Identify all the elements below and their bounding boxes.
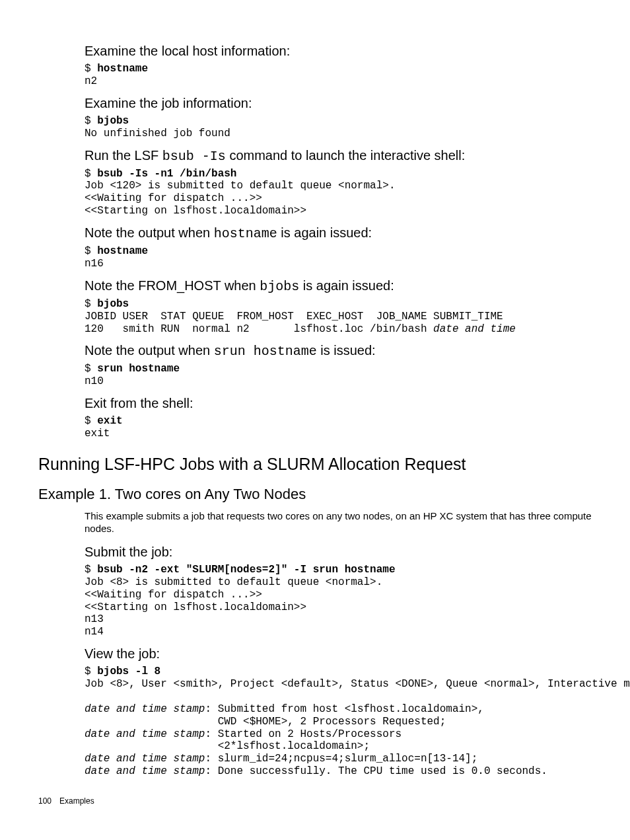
section-note-fromhost: Note the FROM_HOST when bjobs is again i… <box>85 278 592 336</box>
command: exit <box>97 415 122 427</box>
code-exit-shell: $ exit exit <box>85 415 592 440</box>
heading-view-job: View the job: <box>85 646 592 662</box>
inline-code: bjobs <box>260 279 299 294</box>
prompt: $ <box>85 363 97 375</box>
section-submit-job: Submit the job: $ bsub -n2 -ext "SLURM[n… <box>85 545 592 638</box>
heading-note-hostname: Note the output when hostname is again i… <box>85 225 592 241</box>
heading-h1: Running LSF-HPC Jobs with a SLURM Alloca… <box>38 455 592 474</box>
command: srun hostname <box>97 363 180 375</box>
output: Job <8>, User <smith>, Project <default>… <box>85 678 630 690</box>
output: n16 <box>85 258 104 270</box>
section-note-srun: Note the output when srun hostname is is… <box>85 343 592 388</box>
prompt: $ <box>85 115 97 127</box>
timestamp: date and time stamp <box>85 703 205 715</box>
heading-h2: Example 1. Two cores on Any Two Nodes <box>38 486 592 503</box>
output-line: <2*lsfhost.localdomain>; <box>85 740 370 752</box>
section-note-hostname: Note the output when hostname is again i… <box>85 225 592 270</box>
output: n2 <box>85 75 97 87</box>
command: hostname <box>97 63 148 75</box>
page-footer: 100 Examples <box>38 796 592 806</box>
output-line: CWD <$HOME>, 2 Processors Requested; <box>85 716 446 728</box>
prompt: $ <box>85 564 97 576</box>
output-header: JOBID USER STAT QUEUE FROM_HOST EXEC_HOS… <box>85 311 503 323</box>
section-examine-host: Examine the local host information: $ ho… <box>85 44 592 88</box>
timestamp: date and time stamp <box>85 728 205 740</box>
output-line: : Submitted from host <lsfhost.localdoma… <box>205 703 483 715</box>
heading-submit-job: Submit the job: <box>85 545 592 560</box>
prompt: $ <box>85 298 97 310</box>
command: bsub -Is -n1 /bin/bash <box>97 168 236 180</box>
code-examine-job: $ bjobs No unfinished job found <box>85 115 592 140</box>
timestamp: date and time stamp <box>85 765 205 777</box>
inline-code: bsub -Is <box>162 149 226 164</box>
section-exit-shell: Exit from the shell: $ exit exit <box>85 396 592 440</box>
output: No unfinished job found <box>85 128 230 139</box>
prompt: $ <box>85 666 97 677</box>
section-examine-job: Examine the job information: $ bjobs No … <box>85 96 592 140</box>
command: hostname <box>97 245 148 257</box>
code-note-srun: $ srun hostname n10 <box>85 363 592 388</box>
output: Job <120> is submitted to default queue … <box>85 180 395 217</box>
prompt: $ <box>85 168 97 180</box>
code-submit-job: $ bsub -n2 -ext "SLURM[nodes=2]" -I srun… <box>85 564 592 638</box>
inline-code: hostname <box>214 226 277 241</box>
timestamp: date and time stamp <box>85 753 205 765</box>
heading-note-fromhost: Note the FROM_HOST when bjobs is again i… <box>85 278 592 294</box>
command: bsub -n2 -ext "SLURM[nodes=2]" -I srun h… <box>97 564 395 576</box>
output-line: : Done successfully. The CPU time used i… <box>205 765 547 777</box>
heading-exit-shell: Exit from the shell: <box>85 396 592 411</box>
prompt: $ <box>85 245 97 257</box>
code-note-fromhost: $ bjobs JOBID USER STAT QUEUE FROM_HOST … <box>85 298 592 336</box>
output-line: : Started on 2 Hosts/Processors <box>205 728 402 740</box>
command: bjobs <box>97 298 129 310</box>
prompt: $ <box>85 63 97 75</box>
output: Job <8> is submitted to default queue <n… <box>85 576 382 638</box>
output: exit <box>85 428 110 439</box>
heading-examine-job: Examine the job information: <box>85 96 592 111</box>
prompt: $ <box>85 415 97 427</box>
heading-note-srun: Note the output when srun hostname is is… <box>85 343 592 359</box>
section-run-lsf: Run the LSF bsub -Is command to launch t… <box>85 148 592 218</box>
code-run-lsf: $ bsub -Is -n1 /bin/bash Job <120> is su… <box>85 168 592 218</box>
output: n10 <box>85 375 104 387</box>
code-note-hostname: $ hostname n16 <box>85 245 592 270</box>
inline-code: srun hostname <box>214 344 317 359</box>
section-example-desc: This example submits a job that requests… <box>85 510 592 535</box>
command: bjobs <box>97 115 129 127</box>
output-italic: date and time <box>433 323 516 335</box>
section-view-job: View the job: $ bjobs -l 8 Job <8>, User… <box>85 646 592 778</box>
code-examine-host: $ hostname n2 <box>85 63 592 88</box>
command: bjobs -l 8 <box>97 666 160 677</box>
output-row: 120 smith RUN normal n2 lsfhost.loc /bin… <box>85 323 433 335</box>
code-view-job: $ bjobs -l 8 Job <8>, User <smith>, Proj… <box>85 666 592 778</box>
example-description: This example submits a job that requests… <box>85 510 592 535</box>
output-line: : slurm_id=24;ncpus=4;slurm_alloc=n[13-1… <box>205 753 477 765</box>
heading-examine-host: Examine the local host information: <box>85 44 592 59</box>
heading-run-lsf: Run the LSF bsub -Is command to launch t… <box>85 148 592 164</box>
page-content: Examine the local host information: $ ho… <box>0 0 630 825</box>
